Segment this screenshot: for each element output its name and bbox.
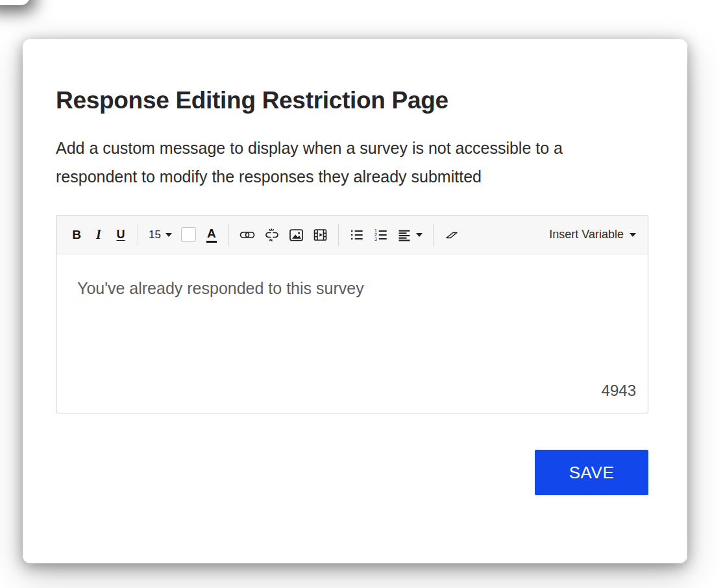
remove-link-button[interactable] — [260, 223, 284, 247]
chevron-down-icon — [630, 233, 636, 237]
align-left-icon — [397, 228, 411, 242]
page-description: Add a custom message to display when a s… — [56, 134, 630, 191]
font-color-icon: A — [206, 227, 217, 243]
editor-toolbar: B I U 15 A — [56, 215, 648, 254]
insert-variable-dropdown[interactable]: Insert Variable — [546, 228, 639, 241]
image-icon — [289, 228, 304, 242]
underline-icon: U — [117, 228, 125, 241]
clear-format-button[interactable] — [439, 223, 464, 247]
bold-button[interactable]: B — [66, 223, 88, 247]
toolbar-divider — [228, 224, 229, 246]
page-background: Response Editing Restriction Page Add a … — [0, 0, 723, 588]
insert-variable-label: Insert Variable — [549, 228, 624, 241]
editor-content-area[interactable]: You've already responded to this survey … — [56, 254, 648, 413]
alignment-dropdown[interactable] — [393, 223, 427, 247]
chevron-down-icon — [165, 233, 172, 237]
response-editing-card: Response Editing Restriction Page Add a … — [23, 39, 687, 563]
italic-icon: I — [96, 227, 101, 242]
bold-icon: B — [72, 228, 81, 242]
font-size-value: 15 — [149, 228, 161, 241]
chevron-down-icon — [416, 233, 423, 237]
font-size-dropdown[interactable]: 15 — [144, 223, 177, 247]
toolbar-divider — [433, 224, 434, 246]
underline-button[interactable]: U — [110, 223, 132, 247]
character-count: 4943 — [602, 382, 636, 400]
font-color-button[interactable]: A — [201, 223, 223, 247]
background-color-button[interactable] — [177, 223, 201, 247]
color-swatch-icon — [181, 227, 196, 242]
italic-button[interactable]: I — [88, 223, 110, 247]
bulleted-list-button[interactable] — [345, 223, 369, 247]
unlink-icon — [264, 227, 280, 243]
toolbar-divider — [338, 224, 339, 246]
bulleted-list-icon — [349, 228, 364, 242]
insert-link-button[interactable] — [235, 223, 260, 247]
video-icon — [313, 228, 328, 242]
svg-text:3: 3 — [374, 236, 377, 241]
toolbar-divider — [138, 224, 138, 246]
numbered-list-button[interactable]: 1 2 3 — [369, 223, 393, 247]
link-icon — [239, 228, 255, 242]
eraser-icon — [444, 228, 460, 242]
offscreen-card-corner — [0, 0, 30, 5]
insert-image-button[interactable] — [284, 223, 308, 247]
editor-text[interactable]: You've already responded to this survey — [77, 279, 627, 298]
numbered-list-icon: 1 2 3 — [373, 228, 388, 242]
insert-video-button[interactable] — [308, 223, 332, 247]
rich-text-editor: B I U 15 A — [56, 215, 648, 413]
page-title: Response Editing Restriction Page — [56, 87, 448, 114]
save-button[interactable]: SAVE — [535, 450, 648, 495]
